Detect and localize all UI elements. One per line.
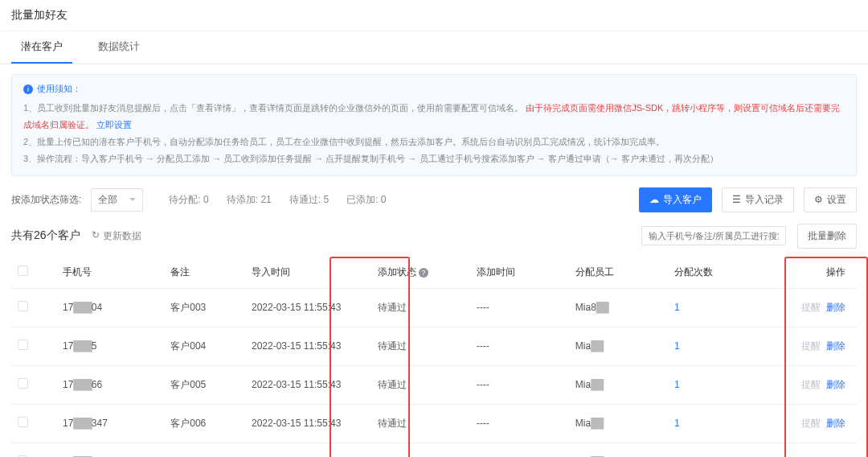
cell-add-status: 待通过 [371, 404, 470, 443]
cell-assignee: Mia██ [569, 327, 668, 365]
cell-remark: 客户003 [164, 288, 245, 327]
col-add-status: 添加状态? [371, 257, 470, 289]
row-checkbox[interactable] [18, 378, 28, 389]
row-checkbox[interactable] [18, 301, 28, 311]
chevron-down-icon [129, 198, 136, 201]
gear-icon: ⚙ [814, 195, 823, 204]
cell-assign-count[interactable]: 1 [668, 365, 749, 404]
bulk-delete-button[interactable]: 批量删除 [797, 224, 857, 249]
row-checkbox[interactable] [18, 340, 28, 350]
settings-label: 设置 [827, 193, 846, 207]
stat-value: 0 [381, 194, 387, 205]
table-row: 17███5 客户004 2022-03-15 11:55:43 待通过 ---… [11, 327, 857, 365]
row-delete-button[interactable]: 删除 [826, 340, 845, 352]
import-records-button[interactable]: ☰ 导入记录 [722, 187, 794, 212]
settings-button[interactable]: ⚙ 设置 [804, 187, 857, 212]
filter-bar: 按添加状态筛选: 全部 待分配: 0 待添加: 21 待通过: 5 已添加: 0… [0, 187, 868, 212]
cell-import-time: 2022-03-15 11:55:43 [245, 365, 371, 404]
cell-phone: 17███04 [56, 288, 164, 327]
cell-add-status: 待通过 [371, 288, 470, 327]
cell-assignee: Mia██ [569, 404, 668, 443]
stat-label: 待添加: [227, 194, 258, 205]
import-records-label: 导入记录 [745, 193, 784, 207]
stat-value: 21 [260, 194, 271, 205]
row-remind-button[interactable]: 提醒 [801, 379, 821, 390]
cell-import-time: 2022-03-15 11:55:43 [245, 443, 371, 457]
cell-assign-count[interactable]: 1 [668, 288, 749, 327]
row-delete-button[interactable]: 删除 [826, 418, 845, 429]
cell-add-time: ---- [470, 443, 569, 457]
col-assign-count: 分配次数 [668, 257, 749, 289]
table-row: 17███4228 客户007 2022-03-15 11:55:43 待添加 … [11, 443, 857, 457]
tab-potential-customers[interactable]: 潜在客户 [11, 31, 72, 64]
status-stats: 待分配: 0 待添加: 21 待通过: 5 已添加: 0 [169, 193, 629, 207]
cell-assign-count[interactable]: 1 [668, 404, 749, 443]
cell-phone: 17███4228 [56, 443, 164, 457]
notice-line1a: 1、员工收到批量加好友消息提醒后，点击「查看详情」，查看详情页面是跳转的企业微信… [23, 103, 523, 113]
import-customers-button[interactable]: ☁ 导入客户 [639, 187, 712, 212]
notice-setup-link[interactable]: 立即设置 [96, 120, 132, 130]
cell-add-time: ---- [470, 327, 569, 365]
tabs-bar: 潜在客户 数据统计 [0, 31, 868, 64]
cell-remark: 客户006 [164, 404, 245, 443]
cell-assignee: Mia8██ [569, 288, 668, 327]
cell-assign-count[interactable]: 1 [668, 443, 749, 457]
stat-label: 待分配: [169, 194, 200, 205]
customers-table: 手机号 备注 导入时间 添加状态? 添加时间 分配员工 分配次数 操作 17██… [11, 257, 857, 457]
stat-value: 0 [203, 194, 209, 205]
tab-data-stats[interactable]: 数据统计 [88, 31, 149, 64]
refresh-label: 更新数据 [103, 229, 141, 243]
import-customers-label: 导入客户 [663, 193, 702, 207]
cell-phone: 17███347 [56, 404, 164, 443]
cell-remark: 客户004 [164, 327, 245, 365]
col-remark: 备注 [164, 257, 245, 289]
status-filter-select[interactable]: 全部 [91, 188, 143, 212]
row-checkbox[interactable] [18, 417, 28, 427]
cell-import-time: 2022-03-15 11:55:43 [245, 288, 371, 327]
cell-add-status: 待通过 [371, 327, 470, 365]
refresh-icon: ↻ [92, 229, 100, 243]
col-assignee: 分配员工 [569, 257, 668, 289]
table-row: 17███04 客户003 2022-03-15 11:55:43 待通过 --… [11, 288, 857, 327]
usage-notice: i 使用须知： 1、员工收到批量加好友消息提醒后，点击「查看详情」，查看详情页面… [11, 74, 857, 176]
select-all-checkbox[interactable] [18, 266, 28, 276]
cell-add-status: 待添加 [371, 443, 470, 457]
row-delete-button[interactable]: 删除 [826, 302, 845, 313]
help-icon[interactable]: ? [419, 268, 428, 278]
status-filter-value: 全部 [98, 193, 117, 207]
cell-phone: 17███5 [56, 327, 164, 365]
row-delete-button[interactable]: 删除 [826, 379, 845, 390]
cell-add-time: ---- [470, 288, 569, 327]
cell-assignee: Mia██ [569, 443, 668, 457]
notice-line2: 2、批量上传已知的潜在客户手机号，自动分配添加任务给员工，员工在企业微信中收到提… [23, 134, 845, 150]
cell-remark: 客户005 [164, 365, 245, 404]
cell-import-time: 2022-03-15 11:55:43 [245, 404, 371, 443]
stat-label: 待通过: [289, 194, 321, 205]
cell-add-status: 待通过 [371, 365, 470, 404]
notice-title-text: 使用须知： [37, 83, 81, 95]
col-phone: 手机号 [56, 257, 164, 289]
search-input[interactable] [641, 226, 786, 245]
info-icon: i [23, 84, 33, 94]
cell-assign-count[interactable]: 1 [668, 327, 749, 365]
table-row: 17███347 客户006 2022-03-15 11:55:43 待通过 -… [11, 404, 857, 443]
cell-remark: 客户007 [164, 443, 245, 457]
row-remind-button[interactable]: 提醒 [801, 302, 821, 313]
notice-line3: 3、操作流程：导入客户手机号 → 分配员工添加 → 员工收到添加任务提醒 → 点… [23, 150, 845, 167]
cell-phone: 17███66 [56, 365, 164, 404]
stat-value: 5 [323, 194, 329, 205]
cell-add-time: ---- [470, 404, 569, 443]
refresh-data-button[interactable]: ↻ 更新数据 [92, 229, 141, 243]
customer-count: 共有26个客户 [11, 228, 80, 243]
summary-bar: 共有26个客户 ↻ 更新数据 批量删除 [0, 224, 868, 257]
row-remind-button[interactable]: 提醒 [801, 418, 821, 429]
cell-import-time: 2022-03-15 11:55:43 [245, 327, 371, 365]
col-import-time: 导入时间 [245, 257, 371, 289]
row-remind-button[interactable]: 提醒 [801, 340, 821, 352]
page-title: 批量加好友 [0, 0, 868, 31]
list-icon: ☰ [732, 195, 741, 204]
cell-add-time: ---- [470, 365, 569, 404]
cell-assignee: Mia██ [569, 365, 668, 404]
filter-label: 按添加状态筛选: [11, 193, 81, 207]
stat-label: 已添加: [346, 194, 378, 205]
